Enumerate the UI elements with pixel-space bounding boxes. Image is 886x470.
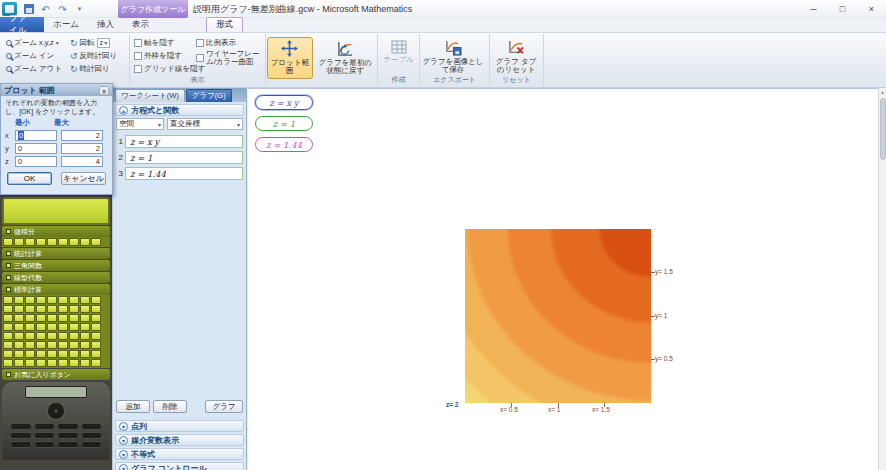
hide-gridlines-checkbox[interactable]: グリッド線を隠す (132, 63, 190, 74)
dpad-button[interactable] (46, 401, 66, 421)
equation-row: 3 z = 1.44 (116, 167, 243, 180)
chevron-down-icon (158, 120, 161, 129)
section-point-sets[interactable]: 点列 (115, 420, 244, 432)
dimension-select[interactable]: 空間 (116, 118, 164, 130)
equation-input-2[interactable]: z = 1 (125, 151, 243, 164)
equations-section-label: 方程式と関数 (131, 105, 179, 116)
undo-icon[interactable] (39, 3, 52, 16)
reset-tab-icon (508, 40, 525, 56)
section-icon (6, 287, 11, 292)
wireframe-color-surface-checkbox[interactable]: ワイヤーフレーム/カラー曲面 (194, 50, 262, 66)
tab-view[interactable]: 表示 (123, 17, 158, 32)
graph-canvas[interactable]: z = x y z = 1 z = 1.44 y= 1.5 y= 1 y= 0.… (248, 88, 878, 470)
ok-button[interactable]: OK (7, 172, 52, 185)
section-graph-controls[interactable]: グラフ コントロール (115, 462, 244, 470)
rotate-button[interactable]: 回転 z (68, 37, 119, 48)
scroll-up-icon[interactable]: ▲ (879, 88, 886, 97)
equation-input-3[interactable]: z = 1.44 (125, 167, 243, 180)
equations-section-header[interactable]: 方程式と関数 (115, 104, 244, 116)
cancel-button[interactable]: キャンセル (61, 172, 106, 185)
numpad-keys[interactable] (2, 423, 110, 448)
z-max-input[interactable]: 4 (61, 156, 103, 167)
hide-frame-label: 外枠を隠す (144, 51, 182, 61)
rotate-ccw-button[interactable]: 反時計回り (68, 50, 119, 61)
calc-section-standard[interactable]: 標準計算 (2, 284, 110, 295)
calc-section-statistics[interactable]: 統計計算 (2, 248, 110, 259)
maximize-button[interactable]: □ (828, 0, 857, 17)
section-inequalities[interactable]: 不等式 (115, 448, 244, 460)
z-min-input[interactable]: 0 (15, 156, 57, 167)
save-graph-image-button[interactable]: グラフを画像として保存 (421, 37, 485, 79)
vertical-scrollbar[interactable]: ▲ (878, 88, 886, 470)
tab-home[interactable]: ホーム (44, 17, 88, 32)
proportional-display-checkbox[interactable]: 比例表示 (194, 37, 262, 48)
y-max-input[interactable]: 2 (61, 143, 103, 154)
checkbox-icon (196, 54, 204, 62)
section-label: 点列 (131, 421, 147, 432)
calc-mini-buttons-calculus[interactable] (2, 237, 110, 247)
expand-icon[interactable] (119, 436, 128, 445)
y-min-input[interactable]: 0 (15, 143, 57, 154)
collapse-icon[interactable] (119, 106, 128, 115)
qat-dropdown-icon[interactable] (73, 3, 86, 16)
dialog-titlebar[interactable]: プロット 範囲 × (1, 84, 112, 96)
zoom-out-label: ズーム アウト (14, 64, 62, 74)
redo-icon[interactable] (56, 3, 69, 16)
calc-section-calculus[interactable]: 微積分 (2, 226, 110, 237)
add-button[interactable]: 追加 (116, 400, 150, 413)
graph-button[interactable]: グラフ (205, 400, 243, 413)
calc-mini-buttons-standard[interactable] (2, 295, 110, 368)
equation-index: 3 (116, 169, 123, 178)
ribbon: ズーム x,y,z ズーム イン ズーム アウト 回転 z (0, 33, 886, 88)
zoom-in-button[interactable]: ズーム イン (4, 50, 64, 61)
calc-section-linear-algebra[interactable]: 線型代数 (2, 272, 110, 283)
calc-section-label: 標準計算 (14, 285, 42, 295)
close-button[interactable]: × (857, 0, 886, 17)
sidebar-tab-bar: ワークシート(W) グラフ(G) (113, 88, 246, 102)
expand-icon[interactable] (119, 464, 128, 470)
y-max-value: 2 (96, 144, 100, 153)
reset-graph-view-button[interactable]: グラフを最初の状態に戻す (315, 37, 376, 79)
tab-worksheet[interactable]: ワークシート(W) (115, 89, 185, 102)
surface-plot[interactable] (465, 229, 651, 403)
minimize-button[interactable]: ─ (799, 0, 828, 17)
equation-input-1[interactable]: z = x y (125, 135, 243, 148)
save-graph-image-label: グラフを画像として保存 (422, 58, 484, 75)
rotate-axis-select[interactable]: z (97, 38, 111, 48)
reset-view-icon (337, 40, 354, 57)
tab-insert[interactable]: 挿入 (88, 17, 123, 32)
zoom-out-button[interactable]: ズーム アウト (4, 63, 64, 74)
display-group: 軸を隠す 外枠を隠す グリッド線を隠す 比例表示 ワイヤーフレーム/カラー曲面 … (130, 34, 266, 86)
dialog-close-icon[interactable]: × (99, 86, 109, 95)
tab-file[interactable]: ファイル (0, 17, 44, 32)
tab-format[interactable]: 形式 (206, 17, 243, 32)
hide-axes-checkbox[interactable]: 軸を隠す (132, 37, 190, 48)
window-controls: ─ □ × (799, 0, 886, 17)
table-label: テーブル (383, 56, 414, 64)
table-button[interactable]: テーブル (379, 37, 418, 79)
legend-equation-3[interactable]: z = 1.44 (255, 137, 313, 152)
x-axis-label: x= 0.5 (500, 406, 518, 413)
x-min-input[interactable]: 0 (15, 130, 57, 141)
expand-icon[interactable] (119, 422, 128, 431)
chevron-down-icon (237, 120, 240, 129)
coordinates-select[interactable]: 直交座標 (167, 118, 243, 130)
x-max-input[interactable]: 2 (61, 130, 103, 141)
hide-frame-checkbox[interactable]: 外枠を隠す (132, 50, 190, 61)
delete-button[interactable]: 削除 (153, 400, 187, 413)
tab-graph[interactable]: グラフ(G) (186, 89, 232, 102)
reset-graph-tab-button[interactable]: グラフ タブ のリセット (491, 37, 541, 79)
zoom-xyz-button[interactable]: ズーム x,y,z (4, 37, 64, 48)
plot-range-button[interactable]: プロット範囲 (267, 37, 313, 79)
zoom-out-icon (6, 66, 12, 72)
expand-icon[interactable] (119, 450, 128, 459)
section-parametric[interactable]: 媒介変数表示 (115, 434, 244, 446)
calc-section-trigonometry[interactable]: 三角関数 (2, 260, 110, 271)
calc-section-favorites[interactable]: お気に入りボタン (2, 369, 110, 380)
rotate-cw-button[interactable]: 時計回り (68, 63, 119, 74)
legend-equation-2[interactable]: z = 1 (255, 116, 313, 131)
calculator-screen (2, 197, 110, 225)
scrollbar-thumb[interactable] (880, 98, 886, 160)
plot-tools-group: プロット範囲 グラフを最初の状態に戻す (266, 34, 378, 86)
legend-equation-1[interactable]: z = x y (255, 95, 313, 110)
